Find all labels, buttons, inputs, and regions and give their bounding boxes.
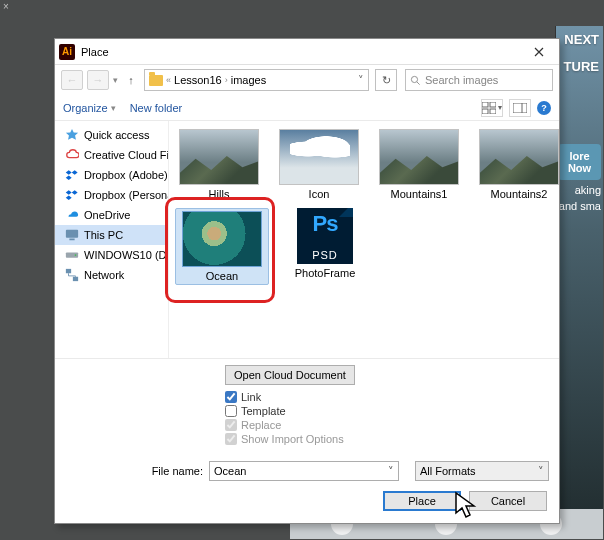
search-input[interactable]: Search images [405,69,553,91]
bottom-panel: File name: Ocean ˅ All Formats ˅ Place C… [55,455,559,523]
show-import-options-checkbox: Show Import Options [225,433,559,445]
toolbar: Organize ▾ New folder ▾ ? [55,95,559,121]
svg-point-10 [75,254,77,256]
sidebar-item-label: Network [84,269,124,281]
svg-rect-3 [482,109,488,114]
star-icon [65,128,79,142]
file-item-mountains2[interactable]: Mountains2 [475,129,563,200]
cancel-button[interactable]: Cancel [469,491,547,511]
file-name: Icon [309,188,330,200]
sidebar-item-creative-cloud[interactable]: Creative Cloud Files [55,145,168,165]
search-icon [410,75,421,86]
view-mode-button[interactable]: ▾ [481,99,503,117]
onedrive-icon [65,208,79,222]
nav-bar: ← → ▾ ↑ « Lesson16 › images ˅ ↻ Search i… [55,65,559,95]
filename-combobox[interactable]: Ocean ˅ [209,461,399,481]
open-cloud-document-button[interactable]: Open Cloud Document [225,365,355,385]
creative-cloud-icon [65,148,79,162]
sidebar-item-label: OneDrive [84,209,130,221]
filename-value: Ocean [214,465,246,477]
sidebar-item-label: Dropbox (Adobe) [84,169,168,181]
checkbox-input [225,433,237,445]
illustrator-icon: Ai [59,44,75,60]
network-icon [65,268,79,282]
thumbnail [479,129,559,185]
sidebar-item-label: Creative Cloud Files [84,149,168,161]
chevron-down-icon: ˅ [388,465,394,478]
app-tab-close[interactable]: × [3,0,15,14]
nav-history-dropdown[interactable]: ▾ [113,75,118,85]
svg-rect-5 [513,103,527,113]
nav-forward-button[interactable]: → [87,70,109,90]
sidebar-item-onedrive[interactable]: OneDrive [55,205,168,225]
thumbnail [179,129,259,185]
sidebar: Quick access Creative Cloud Files Dropbo… [55,121,169,358]
address-dropdown[interactable]: ˅ [358,74,364,87]
checkbox-input[interactable] [225,405,237,417]
titlebar[interactable]: Ai Place [55,39,559,65]
breadcrumb-segment[interactable]: images [231,74,266,86]
new-folder-button[interactable]: New folder [130,102,183,114]
nav-back-button[interactable]: ← [61,70,83,90]
svg-point-0 [411,76,417,82]
chevron-down-icon: ˅ [538,465,544,478]
preview-pane-icon [513,103,527,113]
file-name: Hills [209,188,230,200]
file-list[interactable]: Hills Icon Mountains1 Mountains2 [169,121,569,358]
sidebar-item-windows10-d[interactable]: WINDOWS10 (D:) [55,245,168,265]
file-format-combobox[interactable]: All Formats ˅ [415,461,549,481]
link-checkbox[interactable]: Link [225,391,559,403]
drive-icon [65,248,79,262]
checkbox-input[interactable] [225,391,237,403]
svg-rect-12 [73,277,78,281]
sidebar-item-label: This PC [84,229,123,241]
thumbnail [379,129,459,185]
file-name: Ocean [206,270,238,282]
sidebar-item-dropbox-personal[interactable]: Dropbox (Personal) [55,185,168,205]
address-bar[interactable]: « Lesson16 › images ˅ [144,69,369,91]
svg-rect-2 [490,102,496,107]
organize-menu[interactable]: Organize ▾ [63,102,116,114]
file-item-icon[interactable]: Icon [275,129,363,200]
thumbnail [279,129,359,185]
dropbox-icon [65,168,79,182]
svg-rect-1 [482,102,488,107]
svg-rect-8 [69,239,74,241]
preview-pane-button[interactable] [509,99,531,117]
sidebar-item-this-pc[interactable]: This PC [55,225,168,245]
place-dialog: Ai Place ← → ▾ ↑ « Lesson16 › images ˅ ↻… [54,38,560,524]
bg-headline-1: NEXT [556,26,603,53]
ps-logo-text: Ps [297,211,353,237]
refresh-button[interactable]: ↻ [375,69,397,91]
search-placeholder: Search images [425,74,498,86]
sidebar-item-quick-access[interactable]: Quick access [55,125,168,145]
folder-icon [149,75,163,86]
chevron-down-icon: ▾ [111,103,116,113]
close-button[interactable] [523,42,555,62]
checkbox-input [225,419,237,431]
format-value: All Formats [420,465,476,477]
file-item-ocean[interactable]: Ocean [175,208,269,285]
svg-rect-7 [66,230,78,238]
help-button[interactable]: ? [537,101,551,115]
file-name: PhotoFrame [295,267,356,279]
close-icon [534,47,544,57]
file-item-photoframe[interactable]: Ps PSD PhotoFrame [281,208,369,285]
file-item-mountains1[interactable]: Mountains1 [375,129,463,200]
file-item-hills[interactable]: Hills [175,129,263,200]
sidebar-item-dropbox-adobe[interactable]: Dropbox (Adobe) [55,165,168,185]
psd-file-icon: Ps PSD [297,208,353,264]
thumbnails-icon [482,102,496,114]
replace-checkbox: Replace [225,419,559,431]
sidebar-item-network[interactable]: Network [55,265,168,285]
svg-rect-11 [66,269,71,273]
file-name: Mountains2 [491,188,548,200]
this-pc-icon [65,228,79,242]
sidebar-item-label: WINDOWS10 (D:) [84,249,168,261]
chevron-right-icon: › [225,75,228,85]
nav-up-button[interactable]: ↑ [122,70,140,90]
breadcrumb-segment[interactable]: Lesson16 [174,74,222,86]
template-checkbox[interactable]: Template [225,405,559,417]
place-button[interactable]: Place [383,491,461,511]
thumbnail: Ps PSD [285,208,365,264]
